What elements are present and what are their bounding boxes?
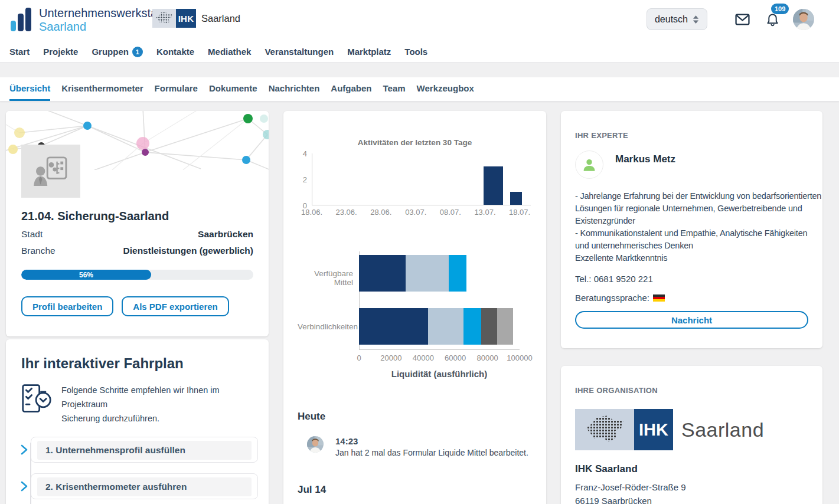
activity-chart: 4 2 0 18.06. 23.06. 28.06. 03.07. 08.07.…: [298, 149, 532, 218]
expert-name: Markus Metz: [615, 153, 675, 179]
envelope-icon: [735, 14, 750, 25]
tab-formulare[interactable]: Formulare: [155, 77, 198, 101]
nav-item-veranstaltungen[interactable]: Veranstaltungen: [265, 47, 334, 57]
nav-item-start[interactable]: Start: [9, 47, 30, 57]
expert-bio: - Jahrelange Erfahrung bei der Entwicklu…: [575, 190, 808, 264]
notification-badge: 109: [771, 4, 789, 14]
x-tick: 03.07.: [405, 208, 426, 217]
expert-avatar: [575, 150, 603, 179]
project-field-row: Branche Dienstleistungen (gewerblich): [21, 246, 253, 256]
x-tick: 13.07.: [474, 208, 495, 217]
organisation-section-title: IHRE ORGANISATION: [575, 386, 808, 395]
nav-item-mediathek[interactable]: Mediathek: [208, 47, 251, 57]
roadmap-step-2[interactable]: 2. Krisenthermometer ausführen: [31, 473, 258, 499]
nav-label: Start: [9, 47, 30, 57]
nav-label: Tools: [404, 47, 427, 57]
field-value: Dienstleistungen (gewerblich): [123, 246, 253, 256]
language-label: Beratungssprache:: [575, 293, 649, 303]
avatar-photo-icon: [307, 436, 324, 453]
messages-button[interactable]: [735, 14, 750, 27]
liquidity-segment: [428, 308, 463, 345]
chevron-right-icon: [21, 481, 28, 494]
x-tick: 40000: [413, 354, 434, 362]
profile-avatar[interactable]: [793, 9, 814, 30]
tab-krisenthermometer[interactable]: Krisenthermometer: [61, 77, 143, 101]
nav-label: Mediathek: [208, 47, 251, 57]
step-label: 2. Krisenthermometer ausführen: [37, 477, 252, 496]
timeline-heading-jul14: Jul 14: [298, 484, 326, 496]
brand-bars-icon: [9, 6, 34, 34]
bio-line: Exzellente Marktkenntnis: [575, 252, 808, 264]
nav-item-tools[interactable]: Tools: [404, 47, 427, 57]
progress-label: 56%: [79, 271, 93, 279]
bio-line: - Jahrelange Erfahrung bei der Entwicklu…: [575, 190, 808, 202]
expert-card: IHR EXPERTE Markus Metz - Jahrelange Erf…: [561, 111, 822, 348]
tab-dokumente[interactable]: Dokumente: [209, 77, 257, 101]
tab-werkzeugbox[interactable]: Werkzeugbox: [417, 77, 474, 101]
tab-uebersicht[interactable]: Übersicht: [9, 77, 50, 101]
export-pdf-button[interactable]: Als PDF exportieren: [122, 296, 228, 316]
row-label: Verbindlichkeiten: [298, 322, 353, 331]
bio-line: Lösungen für regionale Unternehmen, Gewe…: [575, 202, 808, 215]
expert-section-title: IHR EXPERTE: [575, 131, 808, 140]
nav-item-projekte[interactable]: Projekte: [43, 47, 78, 57]
bio-line: und unternehmerisches Denken: [575, 240, 808, 252]
partner-logo-abbr: IHK: [176, 9, 196, 28]
x-tick: 60000: [445, 354, 466, 362]
liquidity-chart: Verfügbare Mittel Verbindlichkeiten 0 20…: [298, 251, 532, 384]
profile-progress-bar: 56%: [21, 270, 253, 280]
nav-item-gruppen[interactable]: Gruppen 1: [92, 47, 143, 57]
roadmap-intro-line: Folgende Schritte empfehlen wir Ihnen im…: [61, 383, 253, 411]
roadmap-step-1[interactable]: 1. Unternehmensprofil ausfüllen: [31, 437, 258, 463]
tab-nachrichten[interactable]: Nachrichten: [269, 77, 320, 101]
notifications-button[interactable]: 109: [766, 13, 779, 29]
x-tick: 08.07.: [440, 208, 461, 217]
nav-label: Projekte: [43, 47, 78, 57]
brand-line2: Saarland: [39, 20, 164, 34]
roadmap-intro: Folgende Schritte empfehlen wir Ihnen im…: [61, 381, 253, 426]
nav-label: Gruppen: [92, 47, 129, 57]
saarland-map-icon: [575, 409, 634, 450]
liquidity-segment: [463, 308, 481, 345]
timeline-entry: 14:23 Jan hat 2 mal das Formular Liquide…: [307, 436, 528, 457]
edit-profile-button[interactable]: Profil bearbeiten: [21, 296, 113, 316]
organisation-card: IHRE ORGANISATION IHK Saarland IHK Saarl…: [561, 366, 822, 504]
entry-text: Jan hat 2 mal das Formular Liquide Mitte…: [335, 448, 528, 457]
liquidity-segment: [497, 308, 513, 345]
roadmap-title: Ihr interaktiver Fahrplan: [21, 355, 253, 372]
nav-item-kontakte[interactable]: Kontakte: [156, 47, 194, 57]
page: { "header": { "brand": { "line1": "Unter…: [0, 0, 839, 504]
nav-label: Veranstaltungen: [265, 47, 334, 57]
roadmap-card: Ihr interaktiver Fahrplan Folgende Schri…: [6, 339, 269, 504]
entry-avatar: [307, 436, 324, 453]
liquidity-segment: [359, 308, 428, 345]
liquidity-bar-verfuegbare-mittel: [359, 255, 520, 292]
address-line: 66119 Saarbrücken: [575, 494, 808, 504]
liquidity-chart-xlabel: Liquidität (ausführlich): [359, 369, 520, 379]
organisation-logo: IHK Saarland: [575, 409, 808, 450]
liquidity-bar-verbindlichkeiten: [359, 308, 520, 345]
liquidity-chart-xaxis: 0 20000 40000 60000 80000 100000: [359, 354, 520, 363]
expert-language-row: Beratungssprache:: [575, 293, 808, 303]
activity-bar: [510, 192, 522, 205]
project-title: 21.04. Sicherung-Saarland: [21, 210, 253, 223]
roadmap-steps: 1. Unternehmensprofil ausfüllen 2. Krise…: [21, 437, 253, 504]
language-value: deutsch: [655, 14, 688, 25]
x-tick: 18.07.: [509, 208, 530, 217]
partner-logo-region: Saarland: [201, 13, 240, 24]
tab-aufgaben[interactable]: Aufgaben: [331, 77, 371, 101]
liquidity-segment: [359, 255, 406, 292]
nav-label: Marktplatz: [347, 47, 391, 57]
message-expert-button[interactable]: Nachricht: [575, 311, 808, 329]
saarland-map-icon: [152, 9, 176, 28]
bio-line: Existenzgründer: [575, 215, 808, 227]
brand-logo[interactable]: Unternehmenswerkstatt Saarland: [9, 6, 164, 34]
language-selector[interactable]: deutsch: [647, 8, 707, 30]
nav-item-marktplatz[interactable]: Marktplatz: [347, 47, 391, 57]
tab-team[interactable]: Team: [383, 77, 406, 101]
x-tick: 20000: [380, 354, 401, 362]
entry-time: 14:23: [335, 436, 528, 446]
expert-phone: Tel.: 0681 9520 221: [575, 274, 808, 284]
chevron-right-icon: [21, 444, 28, 457]
liquidity-segment: [481, 308, 497, 345]
